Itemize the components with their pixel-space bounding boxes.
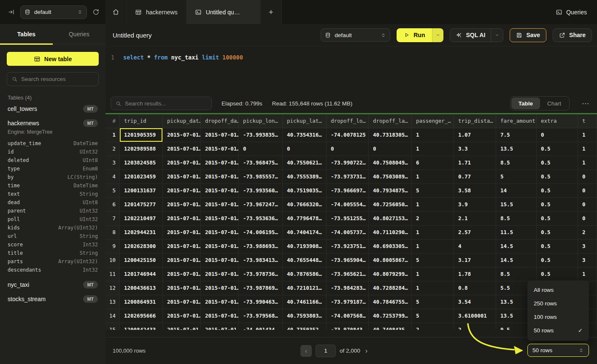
cell[interactable]: 14.5 [496,253,537,267]
cell[interactable]: 2015-07-01… [201,309,239,323]
cell[interactable]: 40.8027153… [369,212,412,226]
tab-home[interactable] [105,0,127,24]
sidebar-item-nyc-taxi[interactable]: nyc_taxi MT [7,278,99,292]
cell[interactable]: 0 [578,170,597,184]
row-number[interactable]: 2 [105,142,120,156]
sidebar-item-cell-towers[interactable]: cell_towers MT [7,102,99,116]
results-search-input[interactable] [125,100,207,107]
sidebar-item-stocks-stream[interactable]: stocks_stream MT [7,292,99,306]
cell[interactable]: 40.7593803… [283,309,327,323]
cell[interactable]: 40.7359352… [283,323,327,330]
rows-menu-item[interactable]: 250 rows [527,297,589,310]
cell[interactable]: 5 [412,309,454,323]
cell[interactable]: 2015-07-01… [201,253,239,267]
cell[interactable]: 2.1 [454,212,496,226]
cell[interactable]: 2015-07-01… [201,226,239,240]
cell[interactable]: 1 [412,142,454,156]
cell[interactable]: 2015-07-01… [163,212,201,226]
cell[interactable]: 5 [496,170,537,184]
cell[interactable]: 40.7519035… [283,184,327,198]
cell[interactable]: 40.7846755… [369,295,412,309]
cell[interactable]: 1200864931 [120,295,163,309]
cell[interactable]: 0.5 [537,184,578,198]
cell[interactable]: 3.54 [454,295,496,309]
cell[interactable]: 1202628300 [120,240,163,253]
cell[interactable]: 8.5 [496,156,537,170]
cell[interactable]: 0 [369,142,412,156]
run-options-button[interactable] [432,28,443,42]
cell[interactable]: 1 [578,156,597,170]
cell[interactable]: 1.71 [454,156,496,170]
row-number[interactable]: 14 [105,309,120,323]
cell[interactable]: 2015-07-01… [201,198,239,212]
cell[interactable]: 40.7288284… [369,281,412,295]
cell[interactable]: 3.17 [454,253,496,267]
rows-menu-item[interactable]: 100 rows [527,310,589,324]
row-number[interactable]: 7 [105,212,120,226]
cell[interactable]: 40.7555389… [283,170,327,184]
cell[interactable]: 0 [578,212,597,226]
column-header[interactable]: pickup_lat… [283,114,327,128]
cell[interactable]: 0.5 [537,267,578,281]
cell[interactable]: 40.7876586… [283,267,327,281]
cell[interactable]: -73.985557… [239,170,283,184]
cell[interactable]: 4 [454,240,496,253]
cell[interactable]: 40.8005867… [369,253,412,267]
cell[interactable]: 40.6903305… [369,240,412,253]
resource-search-input[interactable] [21,76,94,82]
cell[interactable]: -73.951255… [327,212,369,226]
tab-hackernews[interactable]: hackernews [127,0,186,24]
cell[interactable]: 1 [412,170,454,184]
cell[interactable]: 40.8079299… [369,267,412,281]
cell[interactable]: 3.3 [454,142,496,156]
cell[interactable]: 1202210497 [120,212,163,226]
cell[interactable]: -74.005554… [327,198,369,212]
cell[interactable]: 0 [327,142,369,156]
cell[interactable]: -74.005737… [327,226,369,240]
cell[interactable]: 2015-07-01… [163,142,201,156]
cell[interactable]: 40.7256050… [369,198,412,212]
cell[interactable]: 2015-07-01… [163,240,201,253]
cell[interactable]: 40.7461166… [283,295,327,309]
row-number[interactable]: 9 [105,240,120,253]
cell[interactable]: 3.9 [454,198,496,212]
cell[interactable]: -73.990463… [239,295,283,309]
cell[interactable]: 2015-07-01… [201,267,239,281]
view-chart-tab[interactable]: Chart [540,97,568,109]
column-header[interactable]: fare_amount [496,114,537,128]
cell[interactable]: 1200131637 [120,184,163,198]
row-number[interactable]: 4 [105,170,120,184]
cell[interactable]: -73.983413… [239,253,283,267]
cell[interactable]: 40.7796478… [283,212,327,226]
cell[interactable]: 2015-07-01… [163,253,201,267]
cell[interactable]: 40.7253799… [369,309,412,323]
save-button[interactable]: Save [510,28,546,42]
cell[interactable]: 1201475277 [120,198,163,212]
sidebar-item-hackernews[interactable]: hackernews MT [7,116,99,130]
cell[interactable]: 14 [496,184,537,198]
share-button[interactable]: Share [553,28,592,42]
cell[interactable]: 0 [537,128,578,142]
cell[interactable]: 40.7408435… [369,323,412,330]
cell[interactable]: 5 [412,184,454,198]
cell[interactable]: -73.967247… [239,198,283,212]
page-number-input[interactable] [316,345,336,357]
previous-page-button[interactable]: ‹ [300,345,312,357]
cell[interactable]: 40.7354316… [283,128,327,142]
queries-button[interactable]: Queries [546,0,597,24]
cell[interactable]: 0.5 [537,240,578,253]
cell[interactable]: 1 [578,142,597,156]
cell[interactable]: 2015-07-01… [163,323,201,330]
cell[interactable]: 40.7503089… [369,170,412,184]
cell[interactable]: 14.5 [496,240,537,253]
cell[interactable]: 0.5 [537,212,578,226]
cell[interactable]: 2015-07-01… [163,309,201,323]
next-page-button[interactable]: › [364,347,369,355]
cell[interactable]: -73.968475… [239,156,283,170]
cell[interactable]: 13.5 [496,142,537,156]
cell[interactable]: -73.984283… [327,281,369,295]
cell[interactable]: 1 [578,267,597,281]
cell[interactable]: 2015-07-01… [163,156,201,170]
cell[interactable]: 1 [412,128,454,142]
cell[interactable]: 1201746944 [120,267,163,281]
